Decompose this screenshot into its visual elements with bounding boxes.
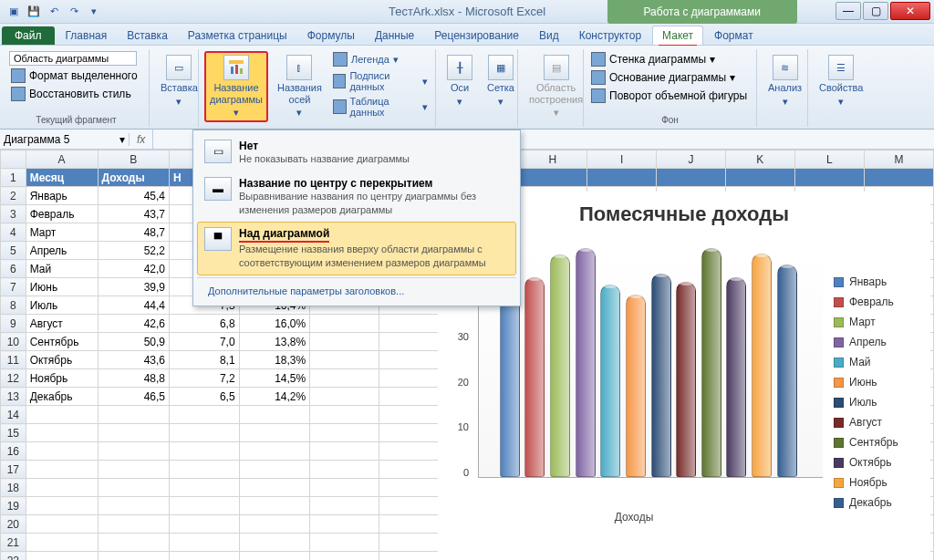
chart-bar xyxy=(726,277,746,477)
reset-style-button[interactable]: Восстановить стиль xyxy=(9,86,133,102)
minimize-button[interactable]: — xyxy=(835,2,861,20)
legend-item: Июль xyxy=(834,396,923,409)
plot-area-button: ▤Область построения▾ xyxy=(524,51,588,122)
data-table-button[interactable]: Таблица данных ▾ xyxy=(331,95,430,119)
tab-design[interactable]: Конструктор xyxy=(570,26,650,45)
chart-bar xyxy=(626,295,646,477)
data-labels-button[interactable]: Подписи данных ▾ xyxy=(331,69,430,93)
3d-rotation-button[interactable]: Поворот объемной фигуры xyxy=(589,88,749,104)
data-labels-icon xyxy=(333,74,346,88)
ribbon: Область диаграммы Формат выделенного Вос… xyxy=(0,46,934,130)
analysis-icon: ≋ xyxy=(773,55,798,80)
chart-element-selector[interactable]: Область диаграммы xyxy=(9,51,137,66)
legend-item: Сентябрь xyxy=(834,436,923,449)
axes-button[interactable]: ╂Оси▾ xyxy=(441,51,478,110)
close-button[interactable]: ✕ xyxy=(890,2,930,20)
above-chart-icon: ▀ xyxy=(204,227,232,251)
ribbon-tabs: Файл Главная Вставка Разметка страницы Ф… xyxy=(0,24,934,46)
chart-floor-icon xyxy=(591,70,606,85)
tab-review[interactable]: Рецензирование xyxy=(425,26,528,45)
chart-title-button[interactable]: Название диаграммы▾ xyxy=(204,51,268,122)
legend-item: Февраль xyxy=(834,296,923,308)
legend-item: Декабрь xyxy=(834,496,923,509)
legend-button[interactable]: Легенда ▾ xyxy=(331,51,430,67)
analysis-button[interactable]: ≋Анализ▾ xyxy=(763,51,807,110)
chart-bar xyxy=(524,277,545,477)
chart-title-icon xyxy=(223,55,249,80)
file-tab[interactable]: Файл xyxy=(2,26,55,45)
window-title: ТестArk.xlsx - Microsoft Excel xyxy=(389,5,545,18)
quick-access-toolbar: ▣ 💾 ↶ ↷ ▾ xyxy=(0,4,108,20)
col-header[interactable]: L xyxy=(794,150,864,169)
chart-bars xyxy=(478,248,823,478)
window-controls: — ▢ ✕ xyxy=(835,2,930,20)
legend-item: Январь xyxy=(834,275,923,288)
qat-customize-icon[interactable]: ▾ xyxy=(86,4,102,20)
legend-item: Октябрь xyxy=(834,456,923,469)
col-header[interactable]: M xyxy=(864,150,933,169)
insert-shape-button[interactable]: ▭Вставка▾ xyxy=(155,51,203,110)
tab-formulas[interactable]: Формулы xyxy=(298,26,364,45)
gridlines-button[interactable]: ▦Сетка▾ xyxy=(482,51,520,110)
x-axis-label: Доходы xyxy=(438,511,830,524)
name-box[interactable]: Диаграмма 5▾ xyxy=(0,133,130,146)
legend-icon xyxy=(333,52,348,67)
chart-bar xyxy=(676,282,696,477)
tab-home[interactable]: Главная xyxy=(57,26,117,45)
col-header[interactable]: B xyxy=(98,150,169,169)
chart-title-option-above[interactable]: ▀ Над диаграммойРазмещение названия ввер… xyxy=(197,222,516,275)
rotation-icon xyxy=(591,88,606,103)
tab-layout[interactable]: Макет xyxy=(652,26,703,45)
redo-icon[interactable]: ↷ xyxy=(66,4,82,20)
tab-page-layout[interactable]: Разметка страницы xyxy=(179,26,296,45)
chart-wall-button[interactable]: Стенка диаграммы ▾ xyxy=(589,51,717,67)
axis-titles-button[interactable]: ⫿Названия осей▾ xyxy=(272,51,327,122)
svg-rect-0 xyxy=(229,60,244,64)
chart-title-option-none[interactable]: ▭ НетНе показывать название диаграммы xyxy=(197,134,516,171)
select-all-corner[interactable] xyxy=(1,150,26,169)
axes-icon: ╂ xyxy=(447,55,472,80)
legend-item: Июнь xyxy=(834,376,923,389)
centered-overlay-icon: ▬ xyxy=(204,177,232,201)
col-header[interactable]: K xyxy=(725,150,794,169)
properties-icon: ☰ xyxy=(828,55,854,80)
chart-wall-icon xyxy=(591,52,606,67)
chart-bar xyxy=(701,248,721,477)
save-icon[interactable]: 💾 xyxy=(26,4,42,20)
format-selection-button[interactable]: Формат выделенного xyxy=(9,67,140,84)
data-table-icon xyxy=(333,99,347,114)
chart-bar xyxy=(651,274,671,477)
legend-item: Август xyxy=(834,416,923,429)
more-title-options[interactable]: Дополнительные параметры заголовков... xyxy=(197,280,516,302)
shapes-icon: ▭ xyxy=(166,55,192,80)
chart-bar xyxy=(576,248,596,477)
ribbon-group-label: Фон xyxy=(589,113,751,125)
chevron-down-icon: ▾ xyxy=(119,133,125,146)
chart-tools-contextual-tab: Работа с диаграммами xyxy=(607,0,798,24)
tab-data[interactable]: Данные xyxy=(366,26,423,45)
ribbon-group-label: Текущий фрагмент xyxy=(9,113,143,125)
fx-icon[interactable]: fx xyxy=(130,133,152,146)
window-titlebar: ▣ 💾 ↶ ↷ ▾ ТестArk.xlsx - Microsoft Excel… xyxy=(0,0,934,24)
format-selection-icon xyxy=(11,68,26,83)
chart-bar xyxy=(752,254,772,477)
properties-button[interactable]: ☰Свойства▾ xyxy=(814,51,868,110)
chart-bar xyxy=(550,254,570,477)
chart-floor-button[interactable]: Основание диаграммы ▾ xyxy=(589,69,737,86)
none-icon: ▭ xyxy=(204,140,232,163)
col-header[interactable]: H xyxy=(518,150,587,169)
svg-rect-3 xyxy=(240,68,243,74)
tab-insert[interactable]: Вставка xyxy=(118,26,177,45)
col-header[interactable]: J xyxy=(657,150,726,169)
tab-format[interactable]: Формат xyxy=(705,26,763,45)
undo-icon[interactable]: ↶ xyxy=(46,4,62,20)
axis-titles-icon: ⫿ xyxy=(286,55,312,80)
reset-style-icon xyxy=(11,87,26,101)
legend-item: Май xyxy=(834,356,923,368)
col-header[interactable]: A xyxy=(26,150,98,169)
col-header[interactable]: I xyxy=(587,150,657,169)
tab-view[interactable]: Вид xyxy=(530,26,568,45)
chart-title-option-centered[interactable]: ▬ Название по центру с перекрытиемВыравн… xyxy=(197,171,516,223)
maximize-button[interactable]: ▢ xyxy=(863,2,888,20)
svg-rect-2 xyxy=(235,65,238,74)
